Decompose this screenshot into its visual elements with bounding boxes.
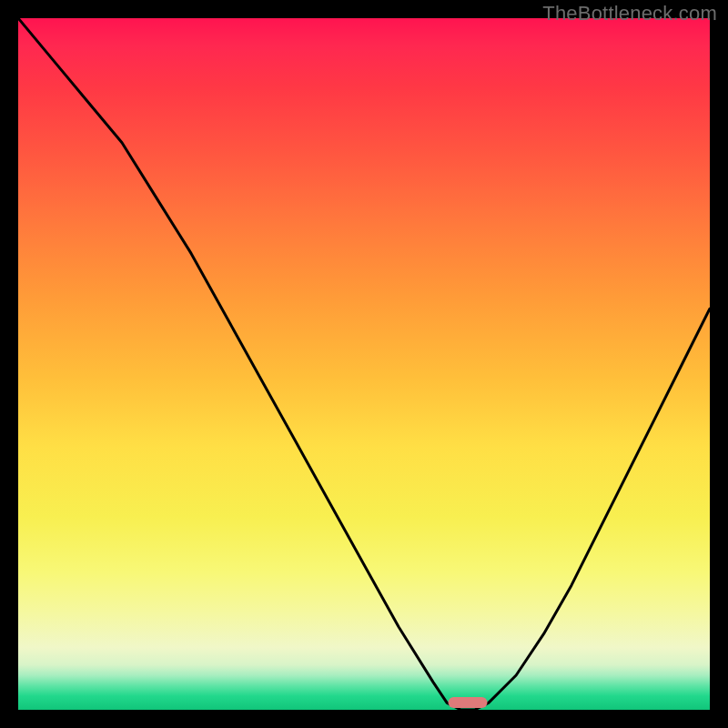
chart-frame: TheBottleneck.com xyxy=(0,0,728,728)
watermark-text: TheBottleneck.com xyxy=(542,2,717,25)
chart-gradient-background xyxy=(18,18,710,710)
